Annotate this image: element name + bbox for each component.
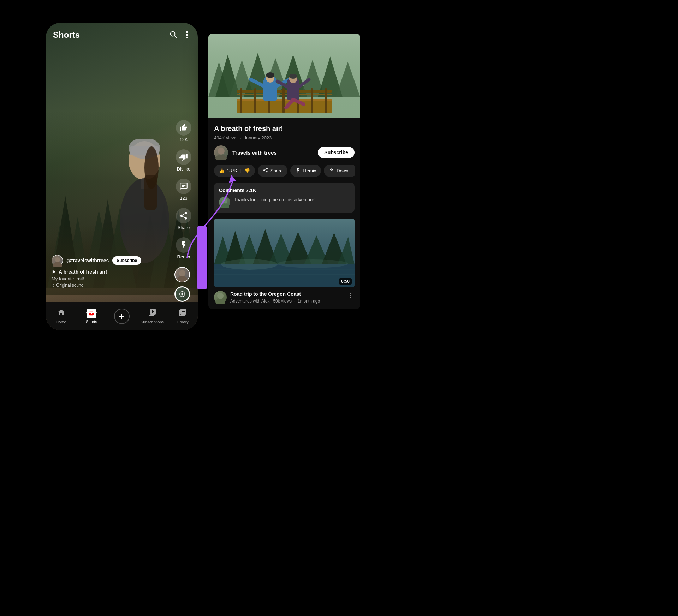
like-icon — [176, 120, 191, 136]
like-button-desktop[interactable]: 👍 187K | 👎 — [214, 165, 255, 177]
share-icon-desktop — [263, 167, 268, 174]
nav-library[interactable]: Library — [167, 308, 198, 324]
related-info-row: Road trip to the Oregon Coast Adventures… — [214, 287, 355, 304]
related-views: 50k views — [273, 299, 292, 304]
desktop-video-title: A breath of fresh air! — [214, 124, 355, 133]
remix-button-desktop[interactable]: Remix — [290, 165, 321, 177]
svg-point-91 — [215, 299, 225, 304]
desktop-content: A breath of fresh air! 494K views · Janu… — [208, 118, 360, 309]
comments-header: Comments 7.1K — [219, 187, 350, 193]
share-icon — [176, 208, 191, 223]
nav-subscriptions-label: Subscriptions — [141, 320, 164, 324]
phone-actions: 12K Dislike — [176, 120, 191, 259]
svg-line-20 — [174, 36, 176, 37]
channel-handle: @travelswithtrees — [66, 258, 109, 263]
more-options-icon[interactable]: ⋮ — [183, 30, 191, 40]
play-icon-small — [52, 269, 56, 274]
thumbs-up-icon: 👍 — [219, 168, 225, 173]
svg-rect-18 — [144, 175, 157, 210]
phone-video-title-row: A breath of fresh air! — [52, 269, 170, 275]
create-button[interactable] — [114, 309, 130, 324]
remix-action[interactable]: Remix — [176, 237, 191, 259]
related-more-options[interactable]: ⋮ — [346, 291, 355, 300]
svg-point-24 — [177, 276, 187, 282]
svg-marker-31 — [53, 270, 55, 274]
phone-video-info: @travelswithtrees Subscribe A breath of … — [52, 255, 170, 288]
share-action[interactable]: Share — [176, 208, 191, 230]
desktop-video-meta: 494K views · January 2023 — [214, 135, 355, 140]
thumbs-down-icon: 👎 — [244, 168, 250, 173]
nav-create[interactable] — [107, 309, 137, 324]
desktop-channel-avatar — [214, 145, 228, 160]
scene: Shorts ⋮ 12K — [0, 0, 678, 616]
related-time-ago: 1month ago — [298, 299, 320, 304]
desktop-channel-name: Travels with trees — [232, 150, 314, 156]
search-icon[interactable] — [169, 30, 177, 40]
download-button-desktop[interactable]: Down... — [324, 165, 355, 177]
comments-section[interactable]: Comments 7.1K Thanks for joining me on t… — [214, 183, 355, 213]
svg-point-72 — [220, 203, 229, 208]
phone-video-title-text: A breath of fresh air! — [59, 269, 107, 275]
svg-point-71 — [222, 198, 227, 204]
dislike-icon — [176, 149, 191, 165]
thumbnail-image — [208, 34, 360, 118]
nav-home-label: Home — [56, 320, 66, 324]
sound-disc[interactable] — [174, 286, 190, 302]
related-duration: 6:50 — [339, 278, 352, 285]
desktop-action-bar: 👍 187K | 👎 Share Remix — [214, 165, 355, 177]
phone-subscribe-button[interactable]: Subscribe — [112, 256, 141, 265]
view-count: 494K views — [214, 135, 237, 140]
comment-preview-row: Thanks for joining me on this adventure! — [219, 197, 350, 208]
phone-shorts-title: Shorts — [53, 30, 80, 40]
svg-rect-22 — [182, 186, 185, 187]
download-label: Down... — [337, 168, 352, 173]
related-video: 6:50 Road trip to the Oregon Coast Adven… — [214, 219, 355, 304]
desktop-channel-row: Travels with trees Subscribe — [214, 145, 355, 160]
svg-rect-51 — [282, 88, 285, 113]
related-thumb-image — [214, 219, 355, 287]
remix-icon-desktop — [295, 167, 301, 174]
comments-count: 123 — [180, 196, 188, 201]
related-meta: Adventures with Alex 50k views · 1month … — [230, 299, 343, 304]
svg-rect-58 — [263, 83, 277, 101]
related-thumbnail[interactable]: 6:50 — [214, 219, 355, 287]
desktop-video-panel: A breath of fresh air! 494K views · Janu… — [208, 34, 360, 309]
comments-icon — [176, 179, 191, 194]
svg-point-30 — [53, 262, 62, 267]
nav-subscriptions[interactable]: Subscriptions — [137, 308, 167, 324]
svg-rect-53 — [311, 88, 313, 113]
related-details: Road trip to the Oregon Coast Adventures… — [230, 291, 343, 304]
svg-point-23 — [179, 270, 185, 276]
phone-header-icons: ⋮ — [169, 30, 191, 40]
dislike-label: Dislike — [177, 166, 190, 172]
dislike-action[interactable]: Dislike — [176, 149, 191, 172]
nav-home[interactable]: Home — [46, 308, 76, 324]
svg-point-63 — [289, 74, 297, 79]
svg-point-57 — [266, 72, 274, 78]
channel-avatar-small — [52, 255, 63, 266]
phone-bottom-nav: Home Shorts Subscripti — [46, 302, 198, 330]
svg-rect-21 — [182, 185, 186, 186]
related-title: Road trip to the Oregon Coast — [230, 291, 343, 297]
svg-rect-64 — [287, 84, 299, 100]
svg-rect-48 — [240, 88, 242, 113]
like-count-desktop: 187K — [227, 168, 237, 173]
like-action[interactable]: 12K — [176, 120, 191, 142]
phone-sound-text: Original sound — [56, 283, 83, 288]
comments-action[interactable]: 123 — [176, 179, 191, 201]
remix-label: Remix — [177, 254, 190, 259]
channel-avatar-thumb[interactable] — [174, 267, 190, 282]
share-label-desktop: Share — [270, 168, 283, 173]
related-channel-avatar — [214, 291, 227, 304]
nav-shorts[interactable]: Shorts — [76, 309, 107, 324]
desktop-subscribe-button[interactable]: Subscribe — [318, 147, 355, 158]
phone-sound-row: ♫ Original sound — [52, 283, 170, 288]
upload-date: January 2023 — [244, 135, 272, 140]
commenter-avatar — [219, 197, 230, 208]
svg-point-70 — [215, 155, 227, 160]
mobile-phone: Shorts ⋮ 12K — [46, 23, 198, 330]
svg-rect-49 — [254, 88, 256, 113]
library-icon — [178, 308, 187, 319]
share-button-desktop[interactable]: Share — [258, 165, 288, 177]
comment-text: Thanks for joining me on this adventure! — [234, 197, 315, 203]
